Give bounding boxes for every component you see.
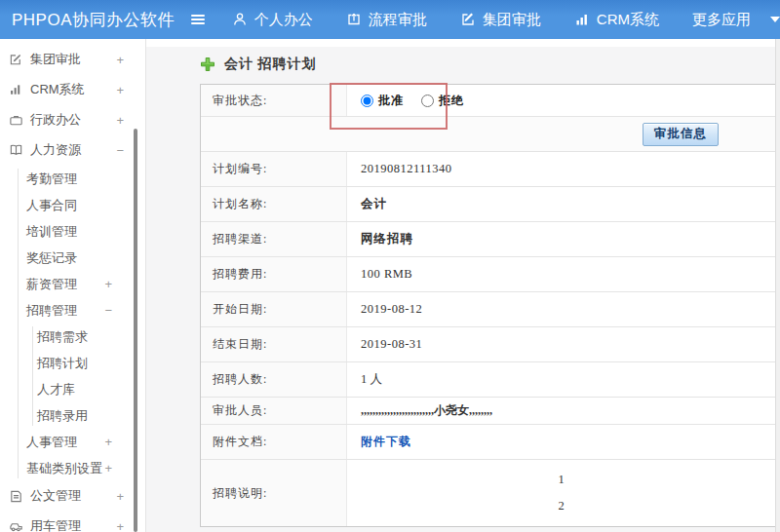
field-label: 结束日期: [201,327,347,361]
field-label: 计划编号: [201,152,347,186]
nav-label: 更多应用 [692,11,751,29]
field-label: 计划名称: [201,187,347,221]
sidebar-item-rewards[interactable]: 奖惩记录 [0,245,145,271]
field-value: 2019-08-12 [347,292,775,326]
nav-label: CRM系统 [597,11,659,29]
row-plan-name: 计划名称: 会计 [201,187,775,222]
row-recruit-cost: 招聘费用: 100 RMB [201,257,775,292]
approval-info-button[interactable]: 审批信息 [643,123,719,146]
sidebar-item-salary[interactable]: 薪资管理 + [0,271,145,297]
expand-toggle[interactable]: + [116,53,124,67]
collapse-toggle[interactable]: − [104,303,112,318]
sidebar-item-label: 薪资管理 [26,276,77,293]
nav-personal-office[interactable]: 个人办公 [232,11,313,29]
menu-toggle-icon[interactable] [189,12,207,27]
field-value: ,,,,,,,,,,,,,,,,,,,,,,,,,小尧女,,,,,,,, [347,398,775,424]
radio-label: 拒绝 [439,93,464,109]
sidebar-item-label: 人力资源 [30,141,81,159]
sidebar-item-label: 基础类别设置 [26,460,102,477]
attachment-download-link[interactable]: 附件下载 [361,434,411,450]
sidebar-item-hr-contract[interactable]: 人事合同 [0,192,145,218]
radio-approve[interactable]: 批准 [361,93,404,109]
briefcase-icon [9,113,24,128]
document-icon [9,489,24,504]
sidebar-item-hr[interactable]: 人力资源 − [0,135,145,165]
recruit-plan-detail-table: 审批状态: 批准 拒绝 审批信息 计划编号: 2019 [200,84,776,527]
topbar: PHPOA协同办公软件 个人办公 流程审批 集团审批 CRM系统 [0,0,780,39]
row-headcount: 招聘人数: 1 人 [201,362,775,398]
sidebar-item-recruit-hire[interactable]: 招聘录用 [0,402,145,429]
expand-toggle[interactable]: + [116,83,124,97]
field-label: 招聘渠道: [201,222,347,256]
collapse-toggle[interactable]: − [116,143,124,158]
sidebar-item-label: 集团审批 [30,51,81,68]
caret-down-icon[interactable] [770,17,780,22]
sidebar-item-label: 招聘录用 [37,407,88,425]
field-value: 会计 [347,187,775,221]
row-plan-number: 计划编号: 20190812111340 [201,152,775,187]
sidebar: 集团审批 + CRM系统 + 行政办公 + 人力资源 − 考 [0,39,146,532]
content-area: 会计 招聘计划 审批状态: 批准 拒绝 [146,39,780,532]
add-plus-icon [200,57,215,72]
topbar-nav: 个人办公 流程审批 集团审批 CRM系统 更多应用 [232,11,780,29]
field-value: 1 人 [347,362,775,397]
field-value: 附件下载 [347,425,775,459]
sidebar-item-recruit-demand[interactable]: 招聘需求 [0,323,145,350]
row-approval-action: 审批信息 [201,117,775,152]
sidebar-item-label: 人事管理 [26,434,77,451]
expand-toggle[interactable]: + [116,489,124,504]
sidebar-item-crm[interactable]: CRM系统 + [0,75,145,104]
field-label: 审批人员: [201,398,347,424]
sidebar-item-label: 招聘计划 [37,355,88,372]
sidebar-item-personnel[interactable]: 人事管理 + [0,429,145,455]
radio-label: 批准 [378,93,404,109]
row-end-date: 结束日期: 2019-08-31 [201,327,775,362]
sidebar-item-attendance[interactable]: 考勤管理 [0,166,145,192]
sidebar-scrollbar[interactable] [134,129,137,532]
person-icon [232,12,248,27]
sidebar-item-talent-pool[interactable]: 人才库 [0,376,145,402]
recruitment-submenu: 招聘需求 招聘计划 人才库 招聘录用 [0,323,145,429]
nav-group-approval[interactable]: 集团审批 [460,11,541,29]
content-top-strip [146,39,780,47]
field-value: 1 2 [347,460,775,526]
expand-toggle[interactable]: + [116,113,124,128]
nav-label: 个人办公 [254,11,313,29]
radio-approve-input[interactable] [361,95,373,107]
page-scrollbar[interactable] [775,39,780,532]
sidebar-item-label: 用车管理 [30,517,81,532]
app-logo: PHPOA协同办公软件 [12,9,183,31]
field-label: 招聘费用: [201,257,347,291]
sidebar-item-label: 行政办公 [30,111,81,129]
sidebar-item-label: 招聘需求 [37,328,88,346]
radio-reject-input[interactable] [421,95,434,107]
expand-toggle[interactable]: + [104,277,112,291]
sidebar-item-training[interactable]: 培训管理 [0,218,145,245]
nav-crm-system[interactable]: CRM系统 [574,11,659,29]
description-line: 2 [558,499,564,513]
expand-toggle[interactable]: + [104,435,112,449]
expand-toggle[interactable]: + [104,461,112,475]
radio-reject[interactable]: 拒绝 [421,93,464,109]
nav-more-apps[interactable]: 更多应用 [692,11,751,29]
sidebar-item-vehicle[interactable]: 用车管理 + [0,512,145,532]
sidebar-item-group-approval[interactable]: 集团审批 + [0,45,145,74]
nav-flow-approval[interactable]: 流程审批 [346,11,427,29]
sidebar-item-base-category[interactable]: 基础类别设置 + [0,455,145,481]
book-icon [9,143,24,158]
sidebar-item-recruit-plan[interactable]: 招聘计划 [0,350,145,376]
sidebar-item-admin-office[interactable]: 行政办公 + [0,105,145,134]
hr-submenu: 考勤管理 人事合同 培训管理 奖惩记录 薪资管理 + 招聘管理 − 招聘需求 [0,166,145,481]
nav-label: 集团审批 [483,11,541,29]
sidebar-item-recruitment[interactable]: 招聘管理 − [0,297,145,323]
nav-label: 流程审批 [369,11,427,29]
row-attachment: 附件文档: 附件下载 [201,425,775,460]
sidebar-item-label: 人事合同 [26,197,77,214]
expand-toggle[interactable]: + [116,519,124,532]
sidebar-item-label: 公文管理 [30,487,81,505]
field-value: 100 RMB [347,257,775,291]
bar-chart-icon [9,83,24,97]
description-line: 1 [558,473,564,487]
sidebar-item-label: 培训管理 [26,223,77,241]
sidebar-item-documents[interactable]: 公文管理 + [0,481,145,511]
